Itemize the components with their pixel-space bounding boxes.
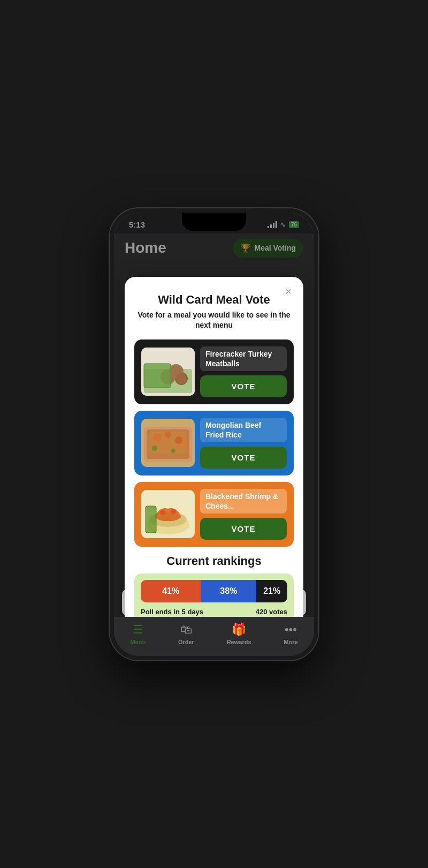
meal-name-2: Mongolian Beef Fried Rice [205,421,261,439]
food-img-meatballs [141,348,195,396]
meal-card-2-info: Mongolian Beef Fried Rice VOTE [200,418,287,469]
phone-screen: 5:13 ∿ 76 Home 🏆 Meal Voting [114,213,314,656]
svg-point-19 [182,443,186,448]
segment-black: 21% [256,580,287,602]
meal-card-1-info: Firecracker Turkey Meatballs VOTE [200,346,287,397]
progress-bar: 41% 38% 21% [141,580,287,602]
meal-card-3-info: Blackened Shrimp & Chees... VOTE [200,489,287,540]
modal-title: Wild Card Meal Vote [134,293,294,307]
nav-label-menu: Menu [130,639,146,645]
meal-name-3: Blackened Shrimp & Chees... [205,492,278,510]
poll-votes: 420 votes [256,608,287,616]
phone-frame: 5:13 ∿ 76 Home 🏆 Meal Voting [110,208,318,660]
meal-name-badge-1: Firecracker Turkey Meatballs [200,346,287,371]
vote-button-1[interactable]: VOTE [200,375,287,397]
vote-button-2[interactable]: VOTE [200,447,287,469]
close-button[interactable]: × [281,284,296,299]
modal-subtitle: Vote for a meal you would like to see in… [134,310,294,331]
svg-point-17 [152,446,157,451]
meal-card-3: Blackened Shrimp & Chees... VOTE [134,482,294,547]
svg-rect-8 [144,364,171,388]
svg-rect-25 [146,506,156,533]
nav-label-rewards: Rewards [227,639,251,645]
meal-name-badge-2: Mongolian Beef Fried Rice [200,418,287,442]
close-icon: × [285,285,292,298]
food-img-friedrice [141,419,195,467]
meal-image-2 [141,419,195,467]
svg-point-23 [160,510,165,515]
nav-item-rewards[interactable]: 🎁 Rewards [227,623,251,645]
vote-button-3[interactable]: VOTE [200,518,287,540]
menu-icon: ☰ [133,623,143,637]
poll-info: Poll ends in 5 days 420 votes [141,608,287,616]
segment-orange-label: 41% [162,586,179,596]
rankings-box: 41% 38% 21% Poll ends in 5 days 420 vote… [134,573,294,622]
svg-point-18 [171,449,175,453]
food-img-shrimp [141,490,195,538]
nav-item-more[interactable]: ••• More [284,623,297,645]
order-icon: 🛍 [180,623,192,637]
svg-point-24 [171,509,176,514]
nav-label-more: More [284,639,297,645]
modal-container: × Wild Card Meal Vote Vote for a meal yo… [125,277,303,635]
rankings-title: Current rankings [134,554,294,568]
segment-blue: 38% [201,580,256,602]
nav-item-order[interactable]: 🛍 Order [178,623,194,645]
segment-black-label: 21% [263,586,280,596]
nav-item-menu[interactable]: ☰ Menu [130,623,146,645]
meal-image-3 [141,490,195,538]
poll-ends: Poll ends in 5 days [141,608,203,616]
segment-orange: 41% [141,580,201,602]
segment-blue-label: 38% [220,586,237,596]
meal-card-2: Mongolian Beef Fried Rice VOTE [134,411,294,475]
notch [182,213,246,231]
meal-name-badge-3: Blackened Shrimp & Chees... [200,489,287,514]
rewards-icon: 🎁 [232,623,246,637]
nav-label-order: Order [178,639,194,645]
more-icon: ••• [285,623,297,637]
meal-card-1: Firecracker Turkey Meatballs VOTE [134,339,294,404]
svg-point-7 [176,373,187,384]
meal-image-1 [141,348,195,396]
bottom-nav: ☰ Menu 🛍 Order 🎁 Rewards ••• More [114,617,314,656]
meal-name-1: Firecracker Turkey Meatballs [205,350,272,368]
